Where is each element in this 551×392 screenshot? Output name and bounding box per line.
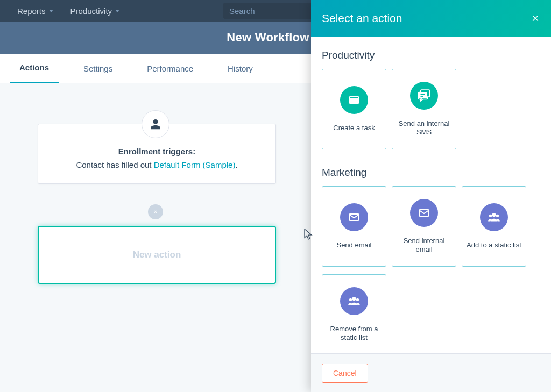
card-label: Remove from a static list: [322, 325, 386, 343]
close-icon: [153, 209, 158, 215]
nav-item-label: Productivity: [70, 6, 112, 16]
group-icon: [480, 203, 508, 231]
workflow-title: New Workflow: [227, 31, 309, 45]
action-card-add-static-list[interactable]: Add to a static list: [462, 186, 526, 267]
card-label: Create a task: [330, 124, 378, 132]
action-panel: Select an action Productivity Create a t…: [311, 0, 551, 392]
remove-step-button[interactable]: [148, 204, 163, 219]
tab-label: Performance: [147, 64, 193, 73]
panel-body: Productivity Create a task Send an inter…: [311, 37, 551, 353]
chevron-down-icon: [49, 10, 53, 12]
cancel-label: Cancel: [333, 369, 357, 377]
nav-item-productivity[interactable]: Productivity: [70, 6, 120, 16]
card-label: Add to a static list: [463, 241, 525, 250]
tab-actions[interactable]: Actions: [10, 54, 59, 83]
section-title-productivity: Productivity: [322, 49, 540, 61]
tab-settings[interactable]: Settings: [74, 54, 122, 83]
section-title-marketing: Marketing: [322, 167, 540, 179]
tab-label: History: [228, 64, 253, 73]
chat-icon: [410, 82, 438, 110]
tab-label: Actions: [19, 63, 49, 72]
window-icon: [340, 86, 368, 114]
svg-point-9: [489, 215, 492, 217]
tab-performance[interactable]: Performance: [137, 54, 203, 83]
card-label: Send email: [333, 241, 375, 250]
panel-footer: Cancel: [311, 353, 551, 392]
svg-point-11: [352, 297, 356, 301]
new-action-card[interactable]: New action: [38, 226, 276, 284]
nav-item-label: Reports: [17, 6, 46, 16]
envelope-icon: [340, 203, 368, 231]
trigger-form-link[interactable]: Default Form (Sample): [154, 160, 236, 169]
chevron-down-icon: [115, 10, 119, 12]
action-card-remove-static-list[interactable]: Remove from a static list: [322, 274, 386, 353]
group-icon: [340, 287, 368, 315]
panel-header: Select an action: [311, 0, 551, 37]
action-card-create-task[interactable]: Create a task: [322, 69, 386, 149]
card-label: Send an internal SMS: [392, 119, 456, 137]
productivity-card-row: Create a task Send an internal SMS: [322, 69, 540, 157]
svg-point-10: [496, 215, 499, 217]
card-label: Send internal email: [392, 237, 456, 254]
workflow-canvas: Enrollment triggers: Contact has filled …: [0, 83, 311, 392]
action-card-send-email[interactable]: Send email: [322, 186, 386, 267]
trigger-text: Contact has filled out Default Form (Sam…: [51, 160, 263, 169]
close-icon: [531, 13, 540, 23]
person-icon: [142, 110, 169, 138]
trigger-heading: Enrollment triggers:: [51, 147, 263, 156]
new-action-label: New action: [133, 250, 181, 260]
svg-point-13: [356, 298, 359, 301]
svg-point-12: [349, 298, 352, 301]
action-card-send-internal-email[interactable]: Send internal email: [392, 186, 456, 267]
nav-item-reports[interactable]: Reports: [17, 6, 53, 16]
close-panel-button[interactable]: [529, 12, 541, 24]
svg-point-8: [492, 213, 496, 217]
action-card-send-internal-sms[interactable]: Send an internal SMS: [392, 69, 456, 149]
tab-label: Settings: [83, 64, 112, 73]
marketing-card-row: Send email Send internal email Add to a …: [322, 186, 540, 353]
tab-history[interactable]: History: [218, 54, 263, 83]
envelope-icon: [410, 199, 438, 227]
cancel-button[interactable]: Cancel: [322, 364, 368, 383]
panel-title: Select an action: [322, 12, 402, 25]
